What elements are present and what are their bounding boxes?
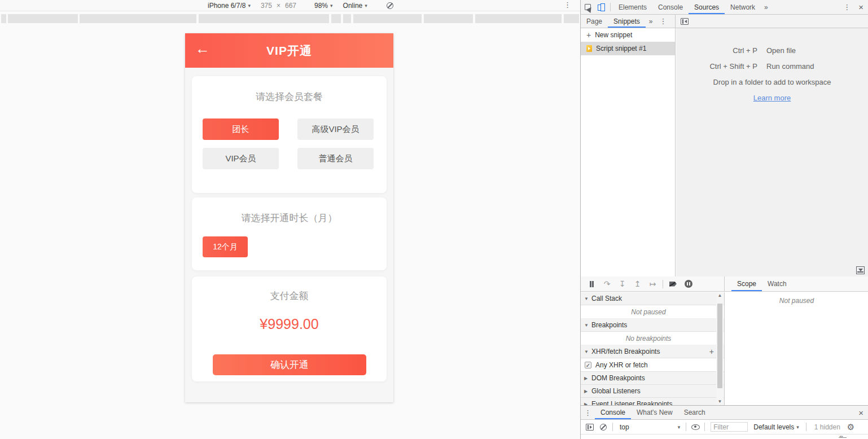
mini-scrollbar-icon[interactable] <box>839 436 847 439</box>
package-option-normal[interactable]: 普通会员 <box>297 148 374 169</box>
media-query-segment[interactable] <box>80 14 196 23</box>
triangle-collapsed-icon: ▶ <box>584 376 589 381</box>
section-xhr-breakpoints[interactable]: ▼ XHR/fetch Breakpoints + <box>581 345 724 358</box>
device-toolbar-toggle-icon[interactable] <box>594 0 608 14</box>
section-label: DOM Breakpoints <box>591 374 645 382</box>
triangle-expanded-icon: ▼ <box>584 296 589 301</box>
viewport-height-field[interactable]: 667 <box>285 2 296 10</box>
network-condition-select[interactable]: Online ▾ <box>343 2 367 10</box>
section-dom-breakpoints[interactable]: ▶ DOM Breakpoints <box>581 372 724 385</box>
devtools-panel: Elements Console Sources Network » ⋮ × P… <box>580 0 868 439</box>
toggle-navigator-icon[interactable] <box>678 15 691 28</box>
pause-script-icon[interactable] <box>584 281 599 287</box>
shortcut-row: Ctrl + Shift + P Run command <box>682 59 862 74</box>
context-selector[interactable]: top <box>620 423 629 431</box>
tab-whats-new[interactable]: What's New <box>631 406 678 419</box>
network-condition-label: Online <box>343 2 363 10</box>
section-breakpoints[interactable]: ▼ Breakpoints <box>581 319 724 332</box>
step-icon[interactable]: ↦ <box>645 279 660 288</box>
more-tabs-icon[interactable]: » <box>761 3 771 11</box>
media-query-segment[interactable] <box>564 14 579 23</box>
add-xhr-breakpoint-icon[interactable]: + <box>709 347 714 356</box>
editor-placeholder: Ctrl + P Open file Ctrl + Shift + P Run … <box>676 28 868 276</box>
scrollbar-thumb[interactable] <box>717 304 722 388</box>
step-into-icon[interactable]: ↧ <box>615 279 630 288</box>
console-settings-icon[interactable]: ⚙ <box>847 422 854 432</box>
tab-watch[interactable]: Watch <box>762 276 792 291</box>
navigator-menu-icon[interactable]: ⋮ <box>656 17 670 25</box>
step-out-icon[interactable]: ↥ <box>630 279 645 288</box>
back-arrow-icon[interactable]: ← <box>195 41 210 56</box>
console-sidebar-icon[interactable] <box>583 420 597 434</box>
shortcut-keys: Ctrl + P <box>682 43 766 59</box>
device-options-icon[interactable]: ⋮ <box>564 1 571 9</box>
package-option-vip[interactable]: VIP会员 <box>203 148 279 169</box>
tab-snippets[interactable]: Snippets <box>608 15 646 28</box>
eye-icon[interactable] <box>689 420 702 434</box>
hidden-messages-count[interactable]: 1 hidden <box>814 423 840 431</box>
divider <box>612 423 613 431</box>
filter-input[interactable] <box>711 422 748 432</box>
package-option-tuanzhang[interactable]: 团长 <box>203 118 279 140</box>
media-query-segment[interactable] <box>353 14 422 23</box>
section-global-listeners[interactable]: ▶ Global Listeners <box>581 385 724 398</box>
scroll-up-icon[interactable]: ▲ <box>716 292 724 299</box>
device-toolbar: iPhone 6/7/8 ▾ 375 × 667 98% ▾ Online ▾ … <box>0 0 580 11</box>
page-title: VIP开通 <box>266 43 312 59</box>
package-option-senior-vip[interactable]: 高级VIP会员 <box>297 118 374 140</box>
any-xhr-checkbox[interactable]: ✓ <box>585 362 591 368</box>
pause-on-exceptions-icon[interactable] <box>681 280 696 288</box>
close-devtools-icon[interactable]: × <box>854 2 868 12</box>
confirm-button[interactable]: 确认开通 <box>213 354 366 375</box>
devtools-main-tabbar: Elements Console Sources Network » ⋮ × <box>581 0 868 15</box>
learn-more-link[interactable]: Learn more <box>753 90 791 106</box>
media-query-segment[interactable] <box>331 14 341 23</box>
xhr-option-label: Any XHR or fetch <box>595 361 648 369</box>
media-query-segment[interactable] <box>475 14 562 23</box>
tab-search[interactable]: Search <box>678 406 711 419</box>
zoom-select[interactable]: 98% ▾ <box>314 2 333 10</box>
media-query-segment[interactable] <box>199 14 329 23</box>
section-call-stack[interactable]: ▼ Call Stack <box>581 292 724 305</box>
devtools-menu-icon[interactable]: ⋮ <box>840 3 854 11</box>
xhr-breakpoint-row: ✓ Any XHR or fetch <box>581 358 724 372</box>
close-drawer-icon[interactable]: × <box>854 408 868 418</box>
new-snippet-button[interactable]: + New snippet <box>581 28 675 42</box>
snippet-file-icon <box>586 45 592 52</box>
drawer-menu-icon[interactable]: ⋮ <box>581 409 595 417</box>
tab-page[interactable]: Page <box>581 15 608 28</box>
tab-sources[interactable]: Sources <box>689 0 725 14</box>
scroll-down-icon[interactable]: ▼ <box>716 398 724 405</box>
media-query-segment[interactable] <box>1 14 6 23</box>
tab-drawer-console[interactable]: Console <box>595 406 631 419</box>
inspect-element-icon[interactable] <box>581 0 594 14</box>
duration-option-12-months[interactable]: 12个月 <box>203 236 248 257</box>
media-query-segment[interactable] <box>343 14 351 23</box>
tab-elements[interactable]: Elements <box>613 0 652 14</box>
triangle-expanded-icon: ▼ <box>584 349 589 354</box>
throttling-icon[interactable] <box>387 2 393 9</box>
clear-console-icon[interactable] <box>597 420 610 434</box>
media-query-segment[interactable] <box>8 14 78 23</box>
tab-console[interactable]: Console <box>652 0 689 14</box>
shortcut-keys: Ctrl + Shift + P <box>682 59 766 74</box>
step-over-icon[interactable]: ↷ <box>599 279 615 288</box>
expand-drawer-icon[interactable] <box>856 266 865 274</box>
console-drawer: ⋮ Console What's New Search × top ▾ Defa… <box>581 405 868 439</box>
scrollbar[interactable]: ▲ ▼ <box>716 292 724 405</box>
tab-scope[interactable]: Scope <box>731 276 762 291</box>
plus-icon: + <box>586 30 591 39</box>
section-event-listener-breakpoints[interactable]: ▶ Event Listener Breakpoints <box>581 398 724 405</box>
deactivate-breakpoints-icon[interactable] <box>665 282 681 287</box>
more-navigator-tabs-icon[interactable]: » <box>646 17 656 25</box>
section-label: Global Listeners <box>591 387 641 395</box>
log-levels-select[interactable]: Default levels <box>753 423 794 431</box>
chevron-down-icon: ▾ <box>796 424 799 430</box>
snippet-item[interactable]: Script snippet #1 <box>581 42 675 55</box>
device-select[interactable]: iPhone 6/7/8 ▾ <box>208 2 251 10</box>
viewport-width-field[interactable]: 375 <box>261 2 272 10</box>
package-section-title: 请选择会员套餐 <box>192 76 387 103</box>
debugger-sidebar: ▼ Call Stack Not paused ▼ Breakpoints No… <box>581 292 725 405</box>
media-query-segment[interactable] <box>424 14 473 23</box>
tab-network[interactable]: Network <box>725 0 761 14</box>
